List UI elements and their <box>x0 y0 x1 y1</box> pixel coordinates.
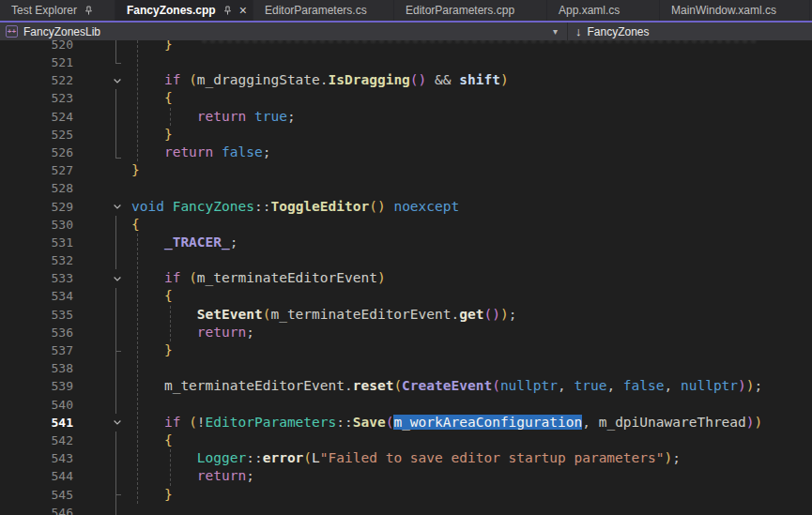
close-icon[interactable]: × <box>239 4 247 17</box>
tab-mainwindow-xaml-cs[interactable]: MainWindow.xaml.cs <box>660 0 810 21</box>
code-text: Logger::error(L"Failed to save editor st… <box>131 449 681 467</box>
line-number: 525 <box>0 126 73 144</box>
code-line[interactable]: 527} <box>0 161 812 179</box>
code-line[interactable]: 531 _TRACER_; <box>0 234 812 251</box>
code-line[interactable]: 532 <box>0 251 812 269</box>
code-line[interactable]: 530{ <box>0 216 812 234</box>
fold-margin <box>103 287 131 305</box>
code-text: { <box>131 432 173 449</box>
code-text: } <box>131 486 173 504</box>
fold-margin <box>103 144 131 161</box>
fold-margin <box>103 324 131 341</box>
fold-margin <box>103 359 131 377</box>
code-text: } <box>131 161 140 179</box>
code-line[interactable]: 534 { <box>0 287 812 305</box>
code-line[interactable]: 543 Logger::error(L"Failed to save edito… <box>0 449 812 467</box>
line-number: 538 <box>0 359 73 377</box>
code-line[interactable]: 524 return true; <box>0 108 812 126</box>
pin-icon[interactable] <box>83 5 95 17</box>
fold-margin <box>103 126 131 144</box>
line-number: 534 <box>0 287 73 305</box>
code-text: if (!EditorParameters::Save(m_workAreaCo… <box>131 414 762 432</box>
line-number: 529 <box>0 198 73 216</box>
tab-fancyzones-cpp[interactable]: FancyZones.cpp× <box>115 0 253 21</box>
line-number: 526 <box>0 144 73 161</box>
code-line[interactable]: 520 } <box>0 40 812 53</box>
fold-margin <box>103 432 131 449</box>
code-line[interactable]: 546 <box>0 504 812 515</box>
document-tab-bar: Test ExplorerFancyZones.cpp×EditorParame… <box>0 0 812 21</box>
tab-label: EditorParameters.cs <box>265 4 367 17</box>
tab-label: Test Explorer <box>11 4 77 17</box>
code-text: _TRACER_; <box>131 234 238 251</box>
tab-test-explorer[interactable]: Test Explorer <box>0 0 115 21</box>
tab-label: App.xaml.cs <box>559 4 620 17</box>
code-text: m_terminateEditorEvent.reset(CreateEvent… <box>131 377 762 395</box>
scope-dropdown[interactable]: ↓ FancyZones <box>568 23 657 40</box>
code-line[interactable]: 538 <box>0 359 812 377</box>
code-line[interactable]: 535 SetEvent(m_terminateEditorEvent.get(… <box>0 306 812 324</box>
code-editor[interactable]: 520 }521522 if (m_draggingState.IsDraggi… <box>0 40 812 515</box>
fold-margin <box>103 486 131 504</box>
line-number: 523 <box>0 89 73 107</box>
project-dropdown[interactable]: ++ FancyZonesLib ▾ <box>0 23 567 40</box>
code-line[interactable]: 537 } <box>0 341 812 359</box>
chevron-down-icon[interactable]: ▾ <box>553 26 561 37</box>
code-text: void FancyZones::ToggleEditor() noexcept <box>131 198 459 216</box>
pin-icon[interactable] <box>222 5 234 17</box>
cpp-project-icon: ++ <box>6 25 18 38</box>
fold-chevron-icon[interactable] <box>103 414 131 432</box>
fold-margin <box>103 216 131 234</box>
code-text: } <box>131 341 173 359</box>
code-line[interactable]: 542 { <box>0 432 812 449</box>
code-line[interactable]: 522 if (m_draggingState.IsDragging() && … <box>0 71 812 89</box>
code-line[interactable]: 541 if (!EditorParameters::Save(m_workAr… <box>0 414 812 432</box>
code-line[interactable]: 528 <box>0 179 812 197</box>
selected-text[interactable]: m_workAreaConfiguration <box>393 415 582 430</box>
fold-chevron-icon[interactable] <box>103 269 131 287</box>
code-text: return; <box>131 324 254 341</box>
fold-chevron-icon[interactable] <box>103 198 131 216</box>
line-number: 544 <box>0 467 73 485</box>
fold-margin <box>103 53 131 71</box>
code-line[interactable]: 525 } <box>0 126 812 144</box>
line-number: 537 <box>0 341 73 359</box>
down-arrow-icon: ↓ <box>575 24 582 38</box>
code-text: if (m_draggingState.IsDragging() && shif… <box>131 71 509 89</box>
code-text: { <box>131 287 173 305</box>
code-line[interactable]: 523 { <box>0 89 812 107</box>
code-line[interactable]: 521 <box>0 53 812 71</box>
line-number: 541 <box>0 414 73 432</box>
fold-chevron-icon[interactable] <box>103 71 131 89</box>
line-number: 539 <box>0 377 73 395</box>
fold-margin <box>103 504 131 515</box>
code-line[interactable]: 545 } <box>0 486 812 504</box>
line-number: 545 <box>0 486 73 504</box>
line-number: 522 <box>0 71 73 89</box>
code-line[interactable]: 540 <box>0 396 812 414</box>
tab-label: EditorParameters.cpp <box>406 4 514 17</box>
code-text: return true; <box>131 108 296 126</box>
ide-window: Test ExplorerFancyZones.cpp×EditorParame… <box>0 0 812 515</box>
line-number: 543 <box>0 449 73 467</box>
fold-margin <box>103 467 131 485</box>
blurred-scroll-artifact <box>202 40 758 43</box>
fold-margin <box>103 251 131 269</box>
fold-margin <box>103 449 131 467</box>
tab-editorparameters-cs[interactable]: EditorParameters.cs <box>253 0 394 21</box>
fold-margin <box>103 341 131 359</box>
code-line[interactable]: 536 return; <box>0 324 812 341</box>
code-line[interactable]: 533 if (m_terminateEditorEvent) <box>0 269 812 287</box>
tab-label: FancyZones.cpp <box>127 4 216 17</box>
code-line[interactable]: 526 return false; <box>0 144 812 161</box>
fold-margin <box>103 161 131 179</box>
code-line[interactable]: 539 m_terminateEditorEvent.reset(CreateE… <box>0 377 812 395</box>
tab-app-xaml-cs[interactable]: App.xaml.cs <box>547 0 660 21</box>
fold-margin <box>103 377 131 395</box>
code-rows: 520 }521522 if (m_draggingState.IsDraggi… <box>0 40 812 515</box>
tab-editorparameters-cpp[interactable]: EditorParameters.cpp <box>394 0 547 21</box>
code-line[interactable]: 544 return; <box>0 467 812 485</box>
line-number: 536 <box>0 324 73 341</box>
code-line[interactable]: 529void FancyZones::ToggleEditor() noexc… <box>0 198 812 216</box>
fold-margin <box>103 108 131 126</box>
